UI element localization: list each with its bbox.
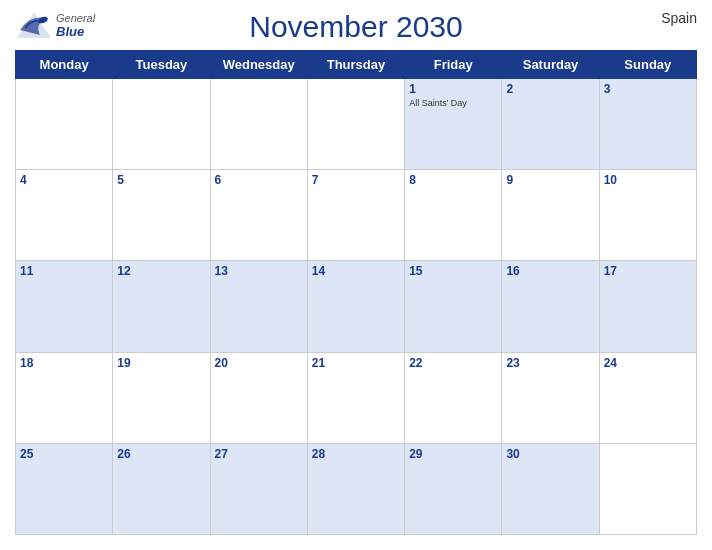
date-number: 24: [604, 356, 692, 370]
calendar-cell: 22: [405, 352, 502, 443]
calendar-cell: 19: [113, 352, 210, 443]
header-row: General Blue November 2030 Spain: [15, 10, 697, 44]
date-number: 20: [215, 356, 303, 370]
calendar-cell: 30: [502, 443, 599, 534]
calendar-cell: 5: [113, 170, 210, 261]
calendar-cell: 26: [113, 443, 210, 534]
date-number: 30: [506, 447, 594, 461]
calendar-cell: [16, 79, 113, 170]
date-number: 10: [604, 173, 692, 187]
calendar-cell: 18: [16, 352, 113, 443]
date-number: 23: [506, 356, 594, 370]
calendar-cell: 10: [599, 170, 696, 261]
header-thursday: Thursday: [307, 51, 404, 79]
calendar-cell: 20: [210, 352, 307, 443]
calendar-cell: [210, 79, 307, 170]
calendar-cell: 2: [502, 79, 599, 170]
date-number: 2: [506, 82, 594, 96]
calendar-cell: 23: [502, 352, 599, 443]
calendar-cell: 13: [210, 261, 307, 352]
calendar-cell: 24: [599, 352, 696, 443]
logo-area: General Blue: [15, 10, 95, 40]
calendar-cell: 7: [307, 170, 404, 261]
date-number: 11: [20, 264, 108, 278]
date-number: 9: [506, 173, 594, 187]
calendar-cell: 1All Saints' Day: [405, 79, 502, 170]
calendar-cell: [113, 79, 210, 170]
calendar-wrapper: General Blue November 2030 Spain Monday …: [0, 0, 712, 550]
calendar-cell: 12: [113, 261, 210, 352]
calendar-cell: 16: [502, 261, 599, 352]
date-number: 22: [409, 356, 497, 370]
header-tuesday: Tuesday: [113, 51, 210, 79]
date-number: 18: [20, 356, 108, 370]
header-friday: Friday: [405, 51, 502, 79]
date-number: 29: [409, 447, 497, 461]
header-monday: Monday: [16, 51, 113, 79]
date-number: 25: [20, 447, 108, 461]
calendar-cell: 29: [405, 443, 502, 534]
header-sunday: Sunday: [599, 51, 696, 79]
week-row-5: 252627282930: [16, 443, 697, 534]
country-label: Spain: [661, 10, 697, 26]
date-number: 8: [409, 173, 497, 187]
logo-general: General: [56, 12, 95, 24]
calendar-cell: 8: [405, 170, 502, 261]
calendar-cell: [599, 443, 696, 534]
calendar-cell: 21: [307, 352, 404, 443]
calendar-cell: 4: [16, 170, 113, 261]
calendar-cell: 15: [405, 261, 502, 352]
date-number: 15: [409, 264, 497, 278]
date-number: 3: [604, 82, 692, 96]
calendar-title: November 2030: [249, 10, 462, 44]
calendar-cell: 11: [16, 261, 113, 352]
week-row-4: 18192021222324: [16, 352, 697, 443]
date-number: 16: [506, 264, 594, 278]
date-number: 6: [215, 173, 303, 187]
week-row-3: 11121314151617: [16, 261, 697, 352]
calendar-cell: 6: [210, 170, 307, 261]
calendar-cell: 25: [16, 443, 113, 534]
week-row-2: 45678910: [16, 170, 697, 261]
week-row-1: 1All Saints' Day23: [16, 79, 697, 170]
date-number: 21: [312, 356, 400, 370]
date-number: 13: [215, 264, 303, 278]
date-number: 17: [604, 264, 692, 278]
calendar-cell: 17: [599, 261, 696, 352]
date-number: 1: [409, 82, 497, 96]
date-number: 28: [312, 447, 400, 461]
date-number: 27: [215, 447, 303, 461]
calendar-cell: 14: [307, 261, 404, 352]
logo-icon: [15, 10, 53, 40]
logo-blue: Blue: [56, 24, 95, 39]
date-number: 12: [117, 264, 205, 278]
calendar-cell: 27: [210, 443, 307, 534]
calendar-cell: 3: [599, 79, 696, 170]
date-number: 4: [20, 173, 108, 187]
header-wednesday: Wednesday: [210, 51, 307, 79]
calendar-cell: 9: [502, 170, 599, 261]
date-number: 14: [312, 264, 400, 278]
date-number: 19: [117, 356, 205, 370]
calendar-table: Monday Tuesday Wednesday Thursday Friday…: [15, 50, 697, 535]
calendar-cell: 28: [307, 443, 404, 534]
weekday-header-row: Monday Tuesday Wednesday Thursday Friday…: [16, 51, 697, 79]
holiday-label: All Saints' Day: [409, 98, 497, 108]
date-number: 5: [117, 173, 205, 187]
date-number: 26: [117, 447, 205, 461]
header-saturday: Saturday: [502, 51, 599, 79]
calendar-cell: [307, 79, 404, 170]
date-number: 7: [312, 173, 400, 187]
